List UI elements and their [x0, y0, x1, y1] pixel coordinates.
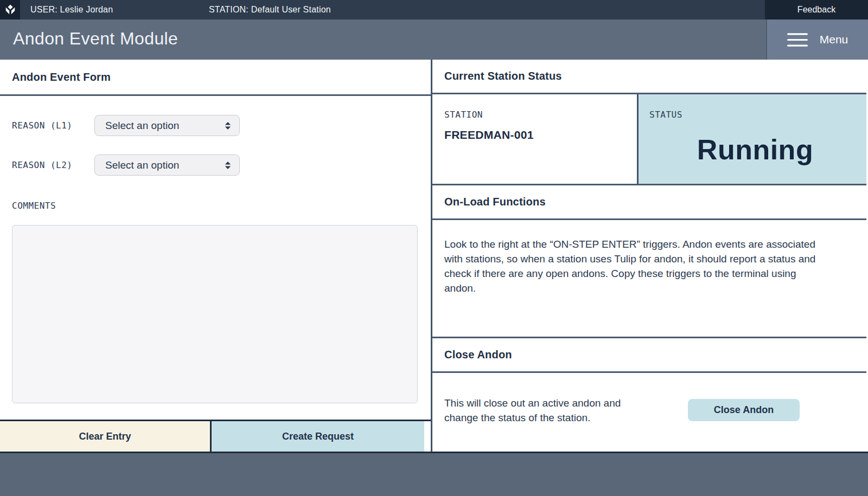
- clear-entry-button[interactable]: Clear Entry: [0, 421, 212, 452]
- footer-strip: [0, 453, 868, 496]
- reason-l1-row: REASON (L1) Select an option: [12, 115, 240, 136]
- reason-l2-select[interactable]: Select an option: [94, 154, 240, 176]
- app-header: Andon Event Module Menu: [0, 20, 868, 60]
- close-andon-text: This will close out an active andon and …: [444, 396, 657, 425]
- close-andon-button[interactable]: Close Andon: [688, 399, 800, 421]
- tulip-logo-icon: [4, 4, 16, 16]
- onload-heading-label: On-Load Functions: [444, 196, 546, 208]
- reason-l2-select-value: Select an option: [105, 159, 179, 171]
- andon-event-form-panel: Andon Event Form REASON (L1) Select an o…: [0, 60, 432, 452]
- status-value: Running: [649, 120, 866, 184]
- onload-text: Look to the right at the “ON-STEP ENTER”…: [444, 237, 828, 295]
- hamburger-menu-icon: [787, 33, 808, 47]
- station-label: STATION: [444, 109, 637, 120]
- comments-textarea[interactable]: [12, 225, 418, 403]
- form-button-bar: Clear Entry Create Request: [0, 420, 431, 452]
- onload-body: Look to the right at the “ON-STEP ENTER”…: [432, 220, 866, 338]
- onload-heading: On-Load Functions: [432, 185, 866, 220]
- reason-l1-select[interactable]: Select an option: [94, 115, 240, 136]
- form-panel-heading: Andon Event Form: [0, 60, 431, 96]
- close-andon-body: This will close out an active andon and …: [432, 373, 866, 452]
- topbar: USER: Leslie Jordan STATION: Default Use…: [0, 0, 868, 20]
- app-frame: USER: Leslie Jordan STATION: Default Use…: [0, 0, 868, 496]
- topbar-station-label: STATION: Default User Station: [209, 0, 331, 20]
- status-label: STATUS: [649, 109, 866, 120]
- main-content: Andon Event Form REASON (L1) Select an o…: [0, 60, 868, 453]
- menu-label: Menu: [820, 33, 848, 46]
- reason-l2-row: REASON (L2) Select an option: [12, 154, 240, 176]
- sort-arrows-icon: [224, 161, 232, 170]
- station-value: FREEDMAN-001: [444, 128, 637, 141]
- status-panel-heading: Current Station Status: [432, 60, 866, 94]
- reason-l1-select-value: Select an option: [105, 120, 179, 132]
- comments-label: COMMENTS: [12, 201, 56, 211]
- form-heading-label: Andon Event Form: [12, 71, 111, 83]
- close-andon-heading: Close Andon: [432, 338, 866, 373]
- create-request-button[interactable]: Create Request: [212, 421, 424, 452]
- status-box: STATUS Running: [639, 94, 866, 184]
- station-cell: STATION FREEDMAN-001: [432, 94, 639, 184]
- page-title: Andon Event Module: [13, 29, 178, 49]
- station-status-row: STATION FREEDMAN-001 STATUS Running: [432, 94, 866, 185]
- button-bar-spacer: [424, 421, 431, 452]
- reason-l2-label: REASON (L2): [12, 160, 94, 170]
- sort-arrows-icon: [224, 121, 232, 130]
- feedback-button[interactable]: Feedback: [765, 0, 868, 20]
- topbar-user-label: USER: Leslie Jordan: [30, 0, 113, 20]
- close-andon-heading-label: Close Andon: [444, 349, 512, 361]
- tulip-logo: [0, 0, 20, 20]
- status-heading-label: Current Station Status: [444, 70, 562, 82]
- menu-button[interactable]: Menu: [766, 20, 868, 60]
- reason-l1-label: REASON (L1): [12, 120, 94, 131]
- station-status-panel: Current Station Status STATION FREEDMAN-…: [432, 60, 866, 452]
